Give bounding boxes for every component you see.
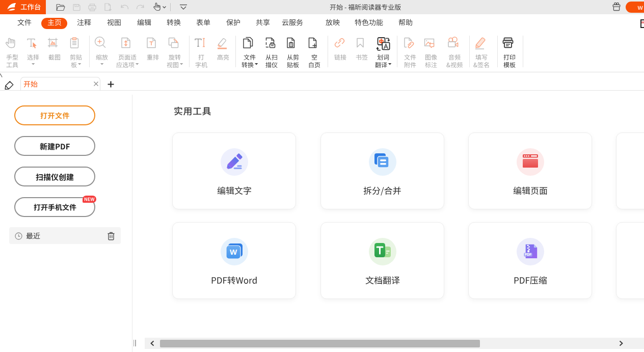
svg-text:PDF: PDF bbox=[525, 253, 531, 256]
svg-text:W: W bbox=[229, 247, 237, 256]
